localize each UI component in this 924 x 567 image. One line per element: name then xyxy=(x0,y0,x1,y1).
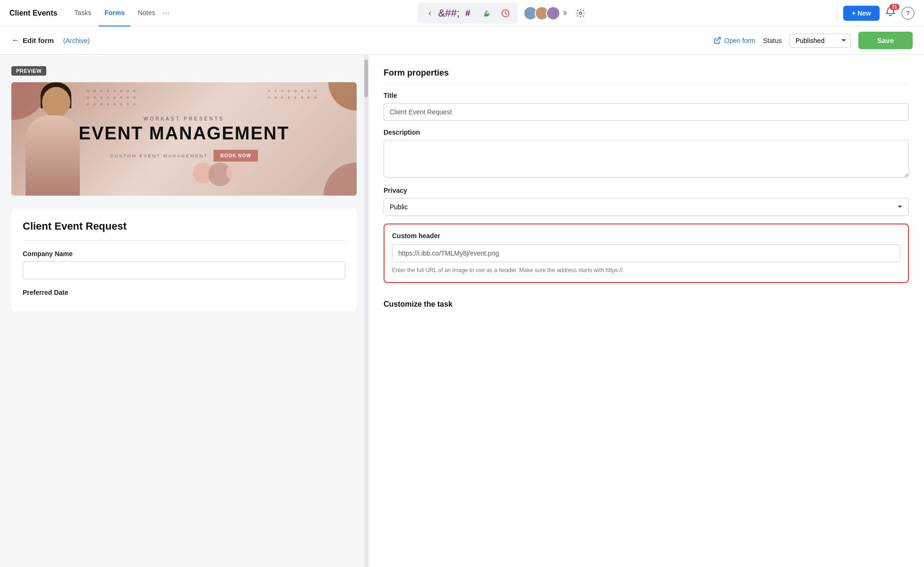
person-head xyxy=(42,87,70,118)
top-nav: Client Events Tasks Forms Notes ··· ‹ &#… xyxy=(0,0,924,26)
form-section: Client Event Request Company Name Prefer… xyxy=(11,209,357,311)
avatar-count: 9 xyxy=(563,9,566,17)
notifications-button[interactable]: 31 xyxy=(885,7,896,19)
nav-center: ‹ &##; # 9 xyxy=(178,3,830,24)
banner-corner-tr xyxy=(328,82,357,111)
main-layout: PREVIEW xyxy=(0,55,924,567)
back-arrow-icon: ← xyxy=(11,35,20,45)
title-input[interactable] xyxy=(384,103,909,121)
nav-icon-group: ‹ &##; # xyxy=(418,3,518,24)
custom-header-input[interactable] xyxy=(392,244,900,262)
banner-corner-br xyxy=(324,163,357,196)
status-select[interactable]: Published Draft Archived xyxy=(789,34,851,48)
edit-form-label: Edit form xyxy=(23,36,54,44)
description-label: Description xyxy=(384,129,909,136)
banner-subtitle: WORKAST PRESENTS xyxy=(79,116,290,121)
custom-header-hint: Enter the full URL of an image to use as… xyxy=(392,266,900,275)
banner-dots-top xyxy=(87,90,138,114)
nav-tabs: Tasks Forms Notes ··· xyxy=(68,0,170,26)
banner-title: EVENT MANAGEMENT xyxy=(79,124,290,142)
edit-bar: ← Edit form (Archive) Open form Status P… xyxy=(0,26,924,55)
title-label: Title xyxy=(384,92,909,99)
banner-circles xyxy=(198,163,245,186)
avatar-group: 9 xyxy=(523,6,566,20)
tab-tasks[interactable]: Tasks xyxy=(68,0,97,26)
banner-cta-text: CUSTOM EVENT MANAGEMENT xyxy=(110,154,208,158)
new-button[interactable]: + New xyxy=(843,6,880,21)
clock-icon[interactable] xyxy=(497,5,514,22)
form-divider xyxy=(23,240,345,241)
save-button[interactable]: Save xyxy=(858,32,913,49)
notification-badge: 31 xyxy=(890,4,899,10)
tab-forms[interactable]: Forms xyxy=(99,0,130,26)
open-form-icon xyxy=(713,36,721,45)
tab-notes[interactable]: Notes xyxy=(132,0,161,26)
banner-cta-row: CUSTOM EVENT MANAGEMENT BOOK NOW xyxy=(79,150,290,162)
custom-header-box: Custom header Enter the full URL of an i… xyxy=(384,223,909,283)
gdrive-icon[interactable] xyxy=(478,5,495,22)
form-properties-title: Form properties xyxy=(384,68,909,84)
back-icon[interactable]: ‹ xyxy=(421,5,438,22)
custom-header-title: Custom header xyxy=(392,232,900,240)
privacy-label: Privacy xyxy=(384,187,909,194)
svg-point-1 xyxy=(580,12,582,14)
slack-icon[interactable]: &##; xyxy=(440,5,457,22)
form-title-preview: Client Event Request xyxy=(23,220,345,232)
banner-text-center: WORKAST PRESENTS EVENT MANAGEMENT CUSTOM… xyxy=(79,116,290,162)
privacy-select[interactable]: Public Private Team only xyxy=(384,198,909,216)
preview-badge: PREVIEW xyxy=(11,66,46,76)
customize-task-title: Customize the task xyxy=(384,292,909,309)
company-name-input[interactable] xyxy=(23,261,345,279)
right-panel: Form properties Title Description Privac… xyxy=(368,55,924,567)
avatar-3 xyxy=(546,6,560,20)
event-banner: WORKAST PRESENTS EVENT MANAGEMENT CUSTOM… xyxy=(11,82,357,196)
company-name-label: Company Name xyxy=(23,250,345,258)
banner-book-button[interactable]: BOOK NOW xyxy=(214,150,257,162)
open-form-label: Open form xyxy=(724,37,755,44)
status-label: Status xyxy=(763,37,782,44)
nav-right: + New 31 ? xyxy=(837,6,915,21)
scrollbar-track[interactable] xyxy=(364,55,368,567)
banner-dots-right xyxy=(268,90,319,114)
more-tabs-button[interactable]: ··· xyxy=(163,0,170,26)
app-title: Client Events xyxy=(9,9,57,17)
archive-link[interactable]: (Archive) xyxy=(63,37,90,44)
description-textarea[interactable] xyxy=(384,140,909,178)
gear-icon[interactable] xyxy=(572,5,589,22)
back-button[interactable]: ← Edit form xyxy=(11,35,54,45)
preferred-date-label: Preferred Date xyxy=(23,289,345,296)
scrollbar-thumb[interactable] xyxy=(364,60,368,97)
open-form-button[interactable]: Open form xyxy=(713,36,755,45)
left-panel: PREVIEW xyxy=(0,55,368,567)
help-button[interactable]: ? xyxy=(901,7,915,20)
slack-icon[interactable]: # xyxy=(459,5,476,22)
